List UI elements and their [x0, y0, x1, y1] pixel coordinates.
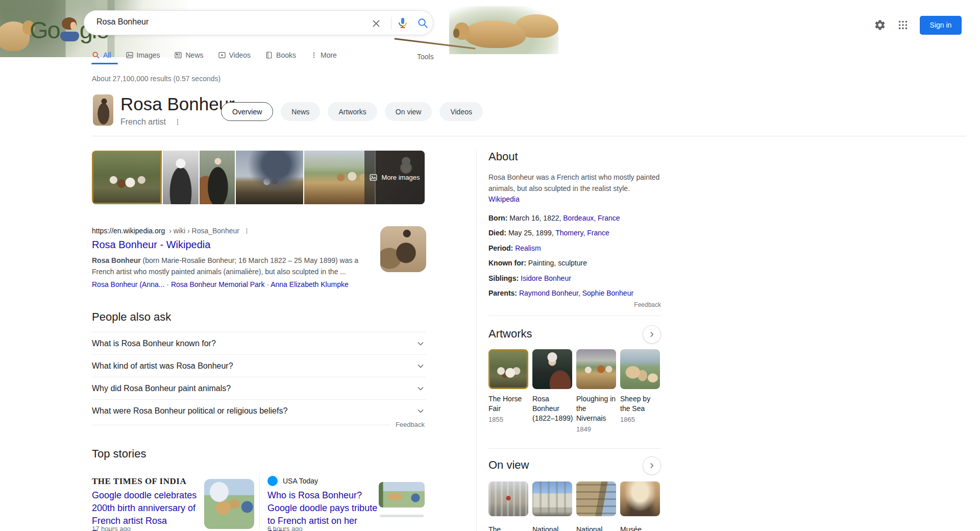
- paa-question-2[interactable]: What kind of artist was Rosa Bonheur?: [92, 355, 426, 377]
- fact-parents: Parents: Raymond Bonheur, Sophie Bonheur: [488, 288, 661, 298]
- paa-feedback-link[interactable]: Feedback: [396, 421, 425, 428]
- story-time-2: 6 hours ago: [267, 525, 303, 531]
- sitelink-1[interactable]: Rosa Bonheur (Anna...: [92, 280, 164, 288]
- paa-question-3[interactable]: Why did Rosa Bonheur paint animals?: [92, 377, 426, 400]
- artwork-card-4[interactable]: Sheep by the Sea 1865: [620, 394, 661, 434]
- strip-image-ploughing[interactable]: [236, 151, 303, 204]
- on-view-card-4[interactable]: Musée: [620, 525, 661, 531]
- panel-section-divider: [488, 316, 661, 316]
- fact-died-link[interactable]: Thomery, France: [555, 229, 609, 237]
- story-publisher-times-of-india: THE TIMES OF INDIA: [92, 476, 186, 487]
- result-title[interactable]: Rosa Bonheur - Wikipedia: [92, 239, 210, 251]
- google-apps-icon[interactable]: [897, 19, 909, 31]
- chevron-down-icon: [415, 383, 426, 394]
- chevron-down-icon: [415, 361, 426, 371]
- panel-section-divider: [488, 448, 661, 449]
- story-thumbnail-caption: [380, 515, 424, 517]
- chip-videos[interactable]: Videos: [439, 102, 483, 121]
- paa-question-1[interactable]: What is Rosa Bonheur known for?: [92, 332, 426, 355]
- strip-image-horse-fair[interactable]: [92, 151, 162, 204]
- story-thumbnail-1[interactable]: [204, 479, 254, 529]
- on-view-thumb-2[interactable]: [532, 481, 572, 516]
- about-heading: About: [488, 150, 518, 163]
- top-stories-heading: Top stories: [92, 447, 146, 461]
- result-menu-icon[interactable]: [243, 228, 250, 234]
- on-view-card-3[interactable]: National: [576, 525, 617, 531]
- chevron-right-icon: [647, 330, 656, 339]
- on-view-more-button[interactable]: [643, 456, 661, 475]
- image-icon: [369, 173, 378, 182]
- result-thumbnail[interactable]: [380, 226, 426, 272]
- artwork-thumb-horse-fair[interactable]: [488, 349, 528, 389]
- knowledge-panel-divider: [476, 150, 477, 531]
- artwork-thumb-ploughing[interactable]: [576, 349, 616, 389]
- strip-image-portrait-with-bull[interactable]: [200, 151, 235, 204]
- artworks-heading: Artworks: [488, 327, 532, 341]
- knowledge-panel: About Rosa Bonheur was a French artist w…: [488, 0, 661, 531]
- fact-period: Period: Realism: [488, 243, 661, 253]
- result-snippet: Rosa Bonheur (born Marie-Rosalie Bonheur…: [92, 255, 378, 277]
- top-stories-divider: [259, 475, 260, 530]
- wikipedia-source-link[interactable]: Wikipedia: [488, 195, 520, 203]
- about-description: Rosa Bonheur was a French artist who mos…: [488, 172, 661, 194]
- on-view-thumb-1[interactable]: [488, 481, 528, 516]
- artwork-card-2[interactable]: Rosa Bonheur (1822–1899): [532, 394, 573, 434]
- about-feedback-link[interactable]: Feedback: [634, 301, 661, 308]
- fact-parents-link-1[interactable]: Raymond Bonheur: [519, 289, 578, 297]
- on-view-card-1[interactable]: The: [488, 525, 529, 531]
- story-thumbnail-2[interactable]: [379, 482, 425, 508]
- fact-died: Died: May 25, 1899, Thomery, France: [488, 228, 661, 238]
- artwork-card-3[interactable]: Ploughing in the Nivernais 1849: [576, 394, 617, 434]
- result-url[interactable]: https://en.wikipedia.org: [92, 227, 165, 235]
- usa-today-logo: [267, 476, 278, 486]
- artwork-card-1[interactable]: The Horse Fair 1855: [488, 394, 529, 434]
- doodle-rosa-figure: [60, 16, 79, 43]
- fact-born: Born: March 16, 1822, Bordeaux, France: [488, 213, 661, 223]
- logo-text-left: Go: [30, 18, 60, 42]
- fact-parents-link-2[interactable]: Sophie Bonheur: [582, 289, 633, 297]
- artwork-thumb-rosa-portrait[interactable]: [532, 349, 572, 389]
- sitelink-3[interactable]: Anna Elizabeth Klumpke: [271, 280, 349, 288]
- on-view-thumb-3[interactable]: [576, 481, 616, 516]
- fact-siblings: Siblings: Isidore Bonheur: [488, 273, 661, 283]
- on-view-thumb-4[interactable]: [620, 481, 660, 516]
- strip-image-bw-portrait[interactable]: [163, 151, 199, 204]
- on-view-card-2[interactable]: National: [532, 525, 573, 531]
- result-sitelinks: Rosa Bonheur (Anna... · Rosa Bonheur Mem…: [92, 280, 349, 288]
- sign-in-button[interactable]: Sign in: [920, 16, 962, 35]
- image-strip: More images: [92, 151, 425, 204]
- chevron-right-icon: [647, 461, 656, 470]
- fact-period-link[interactable]: Realism: [515, 244, 541, 252]
- fact-known-for: Known for: Painting, sculpture: [488, 258, 661, 268]
- paa-bottom-divider: [92, 425, 390, 425]
- people-also-ask-heading: People also ask: [92, 310, 171, 324]
- people-also-ask-list: What is Rosa Bonheur known for? What kin…: [92, 332, 426, 422]
- settings-gear-icon[interactable]: [874, 19, 886, 31]
- artwork-thumb-sheep-by-sea[interactable]: [620, 349, 660, 389]
- artworks-more-button[interactable]: [643, 325, 661, 344]
- chevron-down-icon: [415, 406, 426, 416]
- fact-born-link[interactable]: Bordeaux, France: [563, 214, 620, 222]
- sitelink-2[interactable]: Rosa Bonheur Memorial Park: [171, 280, 265, 288]
- story-time-1: 17 hours ago: [92, 525, 131, 531]
- result-breadcrumb: › wiki › Rosa_Bonheur: [169, 227, 239, 235]
- on-view-heading: On view: [488, 458, 529, 472]
- more-images-button[interactable]: More images: [364, 151, 425, 204]
- story-publisher-usa-today: USA Today: [283, 477, 318, 485]
- chevron-down-icon: [415, 339, 426, 349]
- fact-siblings-link[interactable]: Isidore Bonheur: [521, 274, 571, 282]
- paa-question-4[interactable]: What were Rosa Bonheur political or reli…: [92, 400, 426, 422]
